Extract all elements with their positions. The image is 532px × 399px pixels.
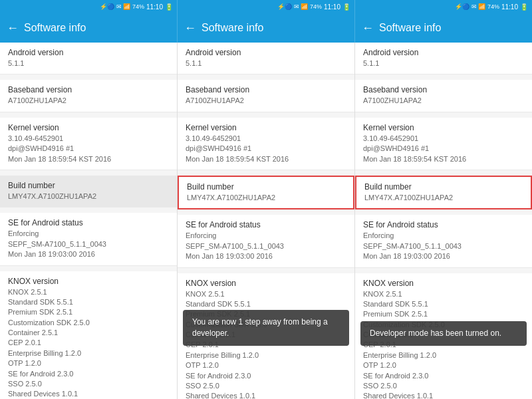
build-value-1: LMY47X.A7100ZHU1APA2 [8,192,169,201]
se-label-1: SE for Android status [8,218,169,227]
knox-row-1: KNOX version KNOX 2.5.1 Standard SDK 5.5… [0,271,177,399]
developer-tooltip-2: You are now 1 step away from being a dev… [183,310,349,346]
time-1: 11:10 [146,3,163,11]
baseband-label-2: Baseband version [186,85,346,94]
baseband-label-3: Baseband version [363,85,524,94]
knox-label-2: KNOX version [186,279,346,288]
baseband-value-3: A7100ZHU1APA2 [363,96,524,106]
developer-tooltip-3: Developer mode has been turned on. [360,321,527,346]
build-value-3: LMY47X.A7100ZHU1APA2 [364,193,523,203]
panel-1: Android version 5.1.1 Baseband version A… [0,43,178,399]
build-label-3: Build number [364,182,523,192]
baseband-row-3: Baseband version A7100ZHU1APA2 [355,80,532,112]
se-value-1: Enforcing SEPF_SM-A7100_5.1.1_0043 Mon J… [8,229,169,259]
header-title-1: Software info [24,22,86,34]
header-title-3: Software info [379,22,441,34]
panels-container: Android version 5.1.1 Baseband version A… [0,43,532,399]
battery-icon-1: 🔋 [165,3,173,11]
header-bars: ← Software info ← Software info ← Softwa… [0,13,532,43]
se-label-3: SE for Android status [363,220,524,229]
knox-value-1: KNOX 2.5.1 Standard SDK 5.5.1 Premium SD… [8,287,169,399]
baseband-label-1: Baseband version [8,85,169,94]
baseband-row-2: Baseband version A7100ZHU1APA2 [178,80,354,112]
time-3: 11:10 [501,3,518,11]
kernel-row-3: Kernel version 3.10.49-6452901 dpi@SWHD4… [355,118,532,170]
status-bar-3: ⚡🔵 ✉ 📶 74% 11:10 🔋 [355,0,532,13]
build-row-2[interactable]: Build number LMY47X.A7100ZHU1APA2 [178,176,354,209]
back-button-1[interactable]: ← [7,21,19,35]
status-bar-2: ⚡🔵 ✉ 📶 74% 11:10 🔋 [178,0,355,13]
android-version-value-1: 5.1.1 [8,59,169,68]
header-bar-1: ← Software info [0,13,178,43]
build-value-2: LMY47X.A7100ZHU1APA2 [187,193,345,203]
android-version-row-2: Android version 5.1.1 [178,43,354,74]
status-bar-1: ⚡🔵 ✉ 📶 74% 11:10 🔋 [0,0,178,13]
knox-label-1: KNOX version [8,277,169,286]
back-button-2[interactable]: ← [184,21,196,35]
android-version-row-3: Android version 5.1.1 [355,43,532,74]
kernel-row-2: Kernel version 3.10.49-6452901 dpi@SWHD4… [178,118,354,170]
tooltip-text-2: You are now 1 step away from being a dev… [192,317,328,338]
time-2: 11:10 [324,3,340,11]
panel-3: Android version 5.1.1 Baseband version A… [355,43,532,399]
se-label-2: SE for Android status [186,220,346,229]
android-version-value-2: 5.1.1 [186,59,346,68]
build-row-1[interactable]: Build number LMY47X.A7100ZHU1APA2 [0,176,177,207]
build-row-3[interactable]: Build number LMY47X.A7100ZHU1APA2 [355,176,532,209]
back-button-3[interactable]: ← [362,21,374,35]
baseband-value-1: A7100ZHU1APA2 [8,96,169,106]
status-icons-3: ⚡🔵 ✉ 📶 74% [455,3,499,10]
header-bar-2: ← Software info [178,13,355,43]
se-row-2: SE for Android status Enforcing SEPF_SM-… [178,215,354,267]
knox-label-3: KNOX version [363,279,524,288]
se-value-2: Enforcing SEPF_SM-A7100_5.1.1_0043 Mon J… [186,231,346,261]
android-version-label-3: Android version [363,48,524,57]
battery-icon-2: 🔋 [342,3,350,11]
header-title-2: Software info [201,22,263,34]
se-row-3: SE for Android status Enforcing SEPF_SM-… [355,215,532,267]
status-icons-2: ⚡🔵 ✉ 📶 74% [277,3,322,10]
baseband-value-2: A7100ZHU1APA2 [186,96,346,106]
build-label-1: Build number [8,181,169,190]
build-label-2: Build number [187,182,345,192]
se-value-3: Enforcing SEPF_SM-A7100_5.1.1_0043 Mon J… [363,231,524,261]
kernel-label-2: Kernel version [186,123,346,132]
tooltip-text-3: Developer mode has been turned on. [370,329,501,338]
status-icons-1: ⚡🔵 ✉ 📶 74% [100,3,144,10]
kernel-value-3: 3.10.49-6452901 dpi@SWHD4916 #1 Mon Jan … [363,134,524,164]
android-version-label-1: Android version [8,48,169,57]
kernel-label-1: Kernel version [8,123,169,132]
kernel-value-2: 3.10.49-6452901 dpi@SWHD4916 #1 Mon Jan … [186,134,346,164]
panel-2: Android version 5.1.1 Baseband version A… [178,43,355,399]
header-bar-3: ← Software info [355,13,532,43]
se-row-1: SE for Android status Enforcing SEPF_SM-… [0,213,177,265]
baseband-row-1: Baseband version A7100ZHU1APA2 [0,80,177,112]
kernel-row-1: Kernel version 3.10.49-6452901 dpi@SWHD4… [0,118,177,170]
android-version-row-1: Android version 5.1.1 [0,43,177,74]
android-version-value-3: 5.1.1 [363,59,524,68]
battery-icon-3: 🔋 [520,3,528,11]
kernel-label-3: Kernel version [363,123,524,132]
android-version-label-2: Android version [186,48,346,57]
kernel-value-1: 3.10.49-6452901 dpi@SWHD4916 #1 Mon Jan … [8,134,169,164]
status-bars: ⚡🔵 ✉ 📶 74% 11:10 🔋 ⚡🔵 ✉ 📶 74% 11:10 🔋 ⚡🔵… [0,0,532,13]
